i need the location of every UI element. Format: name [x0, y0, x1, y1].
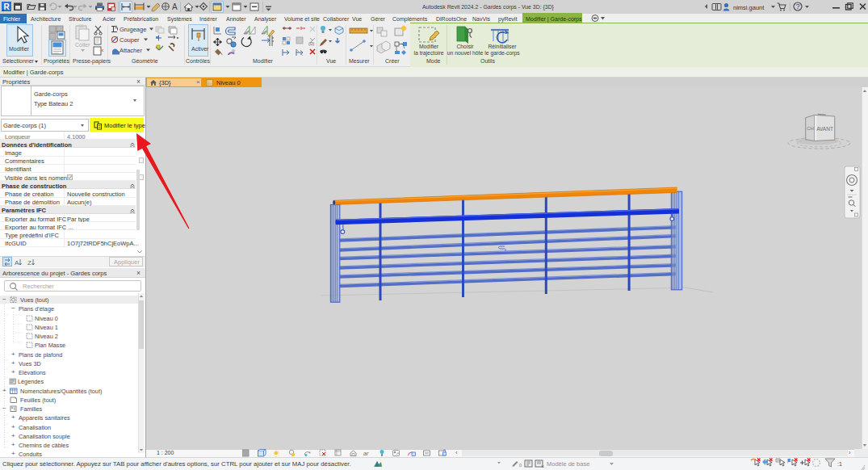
svg-text:Couper: Couper: [120, 36, 140, 44]
svg-text:Modèle de base: Modèle de base: [547, 460, 589, 468]
svg-text:R: R: [3, 2, 10, 11]
svg-text:Coller: Coller: [75, 42, 90, 48]
svg-text:ar: ar: [363, 451, 369, 456]
svg-text:0: 0: [519, 463, 522, 468]
svg-text:?: ?: [796, 2, 800, 10]
svg-text:Z: Z: [27, 259, 31, 266]
svg-text:(0): (0): [308, 41, 314, 46]
svg-text:CH: CH: [807, 126, 814, 131]
svg-text:Grugeage: Grugeage: [120, 26, 146, 33]
svg-text::1: :1: [837, 461, 842, 467]
svg-text:A: A: [15, 259, 19, 266]
svg-text:Attacher: Attacher: [120, 47, 142, 54]
svg-text:AVANT: AVANT: [816, 126, 833, 132]
svg-text:A: A: [172, 2, 178, 11]
